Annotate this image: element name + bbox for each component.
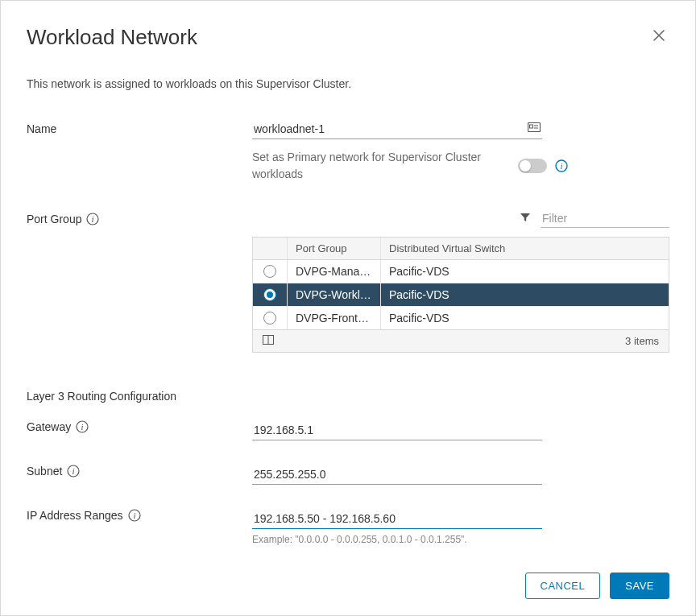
table-row[interactable]: DVPG-FrontendPacific-VDS: [253, 307, 669, 329]
port-group-table: Port Group Distributed Virtual Switch DV…: [252, 237, 669, 353]
column-picker-button[interactable]: [261, 333, 276, 349]
svg-rect-1: [530, 125, 533, 128]
ip-ranges-info-icon[interactable]: i: [128, 509, 141, 522]
name-input[interactable]: [252, 119, 542, 139]
gateway-input[interactable]: [252, 420, 542, 440]
ip-ranges-label-text: IP Address Ranges: [27, 509, 123, 522]
table-header: Port Group Distributed Virtual Switch: [253, 238, 669, 260]
toggle-knob: [520, 160, 531, 172]
id-card-icon: [528, 122, 541, 133]
l3-heading: Layer 3 Routing Configuration: [27, 390, 669, 403]
svg-text:i: i: [72, 466, 75, 476]
gateway-label: Gateway i: [27, 420, 252, 433]
col-header-dvs[interactable]: Distributed Virtual Switch: [380, 238, 669, 259]
radio-button[interactable]: [263, 265, 276, 278]
filter-button[interactable]: [516, 209, 534, 229]
primary-network-info-icon[interactable]: i: [555, 159, 568, 172]
save-button[interactable]: SAVE: [610, 573, 669, 599]
col-header-port-group[interactable]: Port Group: [287, 238, 380, 259]
port-group-label-text: Port Group: [27, 213, 81, 225]
primary-network-label: Set as Primary network for Supervisor Cl…: [252, 149, 518, 183]
table-row-count: 3 items: [625, 335, 659, 347]
radio-button[interactable]: [263, 288, 276, 301]
columns-icon: [263, 335, 274, 345]
svg-text:i: i: [133, 511, 135, 520]
port-group-cell: DVPG-Management: [287, 260, 380, 283]
svg-text:i: i: [81, 422, 84, 432]
funnel-icon: [520, 212, 531, 223]
name-label: Name: [27, 119, 252, 135]
port-group-cell: DVPG-Frontend: [287, 307, 380, 329]
modal-description: This network is assigned to workloads on…: [27, 77, 669, 90]
subnet-label-text: Subnet: [27, 465, 62, 478]
table-row[interactable]: DVPG-WorkloadPacific-VDS: [253, 283, 669, 307]
name-suffix-icon[interactable]: [528, 122, 541, 135]
gateway-info-icon[interactable]: i: [76, 420, 89, 433]
close-icon: [652, 28, 666, 43]
subnet-info-icon[interactable]: i: [67, 465, 80, 478]
subnet-input[interactable]: [252, 465, 542, 485]
port-group-cell: DVPG-Workload: [287, 283, 380, 306]
subnet-label: Subnet i: [27, 465, 252, 478]
svg-text:i: i: [92, 214, 94, 224]
modal-title: Workload Network: [27, 25, 197, 50]
radio-inner: [267, 291, 273, 298]
filter-input[interactable]: [541, 209, 669, 228]
port-group-info-icon[interactable]: i: [86, 213, 99, 225]
port-group-label: Port Group i: [27, 213, 516, 225]
ip-ranges-label: IP Address Ranges i: [27, 509, 252, 522]
workload-network-modal: Workload Network This network is assigne…: [0, 0, 696, 616]
dvs-cell: Pacific-VDS: [380, 307, 669, 329]
svg-text:i: i: [560, 161, 562, 171]
cancel-button[interactable]: CANCEL: [525, 573, 601, 599]
ip-ranges-helper: Example: "0.0.0.0 - 0.0.0.255, 0.0.1.0 -…: [252, 534, 542, 545]
primary-network-toggle[interactable]: [518, 159, 547, 173]
close-button[interactable]: [648, 25, 669, 46]
table-row[interactable]: DVPG-ManagementPacific-VDS: [253, 260, 669, 283]
dvs-cell: Pacific-VDS: [380, 260, 669, 283]
dvs-cell: Pacific-VDS: [380, 283, 669, 306]
radio-button[interactable]: [263, 312, 276, 325]
gateway-label-text: Gateway: [27, 420, 71, 433]
ip-ranges-input[interactable]: [252, 509, 542, 529]
